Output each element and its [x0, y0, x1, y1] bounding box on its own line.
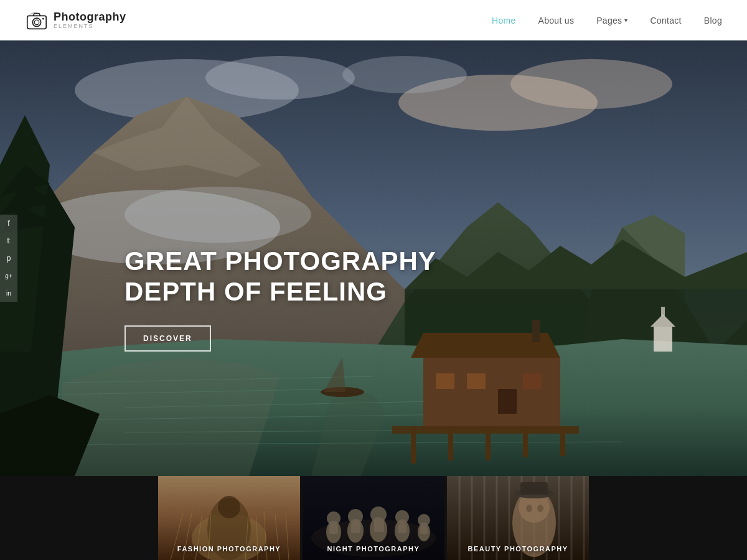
- logo-brand: Photography: [54, 11, 126, 22]
- night-label: NIGHT PHOTOGRAPHY: [303, 545, 444, 553]
- twitter-link[interactable]: 𝕥: [0, 232, 17, 250]
- svg-rect-48: [523, 426, 528, 457]
- logo[interactable]: Photography ELEMENTS: [25, 9, 126, 32]
- night-card[interactable]: NIGHT PHOTOGRAPHY: [303, 476, 444, 560]
- svg-rect-49: [560, 426, 565, 456]
- svg-rect-39: [436, 373, 454, 389]
- svg-rect-37: [423, 358, 560, 432]
- svg-rect-50: [654, 327, 672, 352]
- svg-rect-47: [486, 426, 491, 460]
- nav-about[interactable]: About us: [538, 16, 575, 26]
- facebook-link[interactable]: f: [0, 215, 17, 232]
- camera-icon: [25, 9, 49, 32]
- nav-blog[interactable]: Blog: [704, 16, 722, 26]
- gallery-section: FASHION PHOTOGRAPHY: [0, 476, 747, 560]
- svg-point-6: [205, 56, 355, 100]
- hero-title-line2: DEPTH OF FEELING: [125, 277, 387, 306]
- svg-rect-40: [467, 373, 486, 389]
- svg-point-1: [32, 18, 40, 26]
- nav-pages[interactable]: Pages: [596, 16, 622, 26]
- svg-point-8: [510, 59, 672, 109]
- header: Photography ELEMENTS Home About us Pages…: [0, 0, 747, 40]
- fashion-label: FASHION PHOTOGRAPHY: [158, 545, 300, 553]
- hero-content: GREAT PHOTOGRAPHY DEPTH OF FEELING DISCO…: [125, 246, 436, 352]
- svg-rect-52: [661, 307, 665, 316]
- fashion-card[interactable]: FASHION PHOTOGRAPHY: [158, 476, 300, 560]
- svg-rect-43: [532, 320, 540, 342]
- nav-pages-wrapper[interactable]: Pages ▾: [596, 16, 627, 26]
- svg-point-2: [34, 20, 39, 25]
- svg-rect-41: [523, 373, 542, 389]
- hero-section: f 𝕥 p g+ in GREAT PHOTOGRAPHY DEPTH OF F…: [0, 40, 747, 476]
- discover-button[interactable]: DISCOVER: [125, 325, 211, 352]
- google-plus-link[interactable]: g+: [0, 267, 17, 284]
- social-sidebar: f 𝕥 p g+ in: [0, 215, 17, 302]
- beauty-card[interactable]: BEAUTY PHOTOGRAPHY: [447, 476, 589, 560]
- svg-point-16: [125, 187, 311, 243]
- nav-home[interactable]: Home: [492, 16, 516, 26]
- main-nav: Home About us Pages ▾ Contact Blog: [492, 16, 722, 26]
- logo-tagline: ELEMENTS: [54, 24, 126, 29]
- svg-rect-46: [448, 426, 453, 460]
- nav-contact[interactable]: Contact: [650, 16, 681, 26]
- hero-title-line1: GREAT PHOTOGRAPHY: [125, 246, 436, 276]
- linkedin-link[interactable]: in: [0, 284, 17, 302]
- svg-rect-42: [498, 389, 517, 414]
- chevron-down-icon: ▾: [624, 17, 627, 24]
- hero-title: GREAT PHOTOGRAPHY DEPTH OF FEELING: [125, 246, 436, 307]
- svg-point-9: [342, 56, 467, 93]
- pinterest-link[interactable]: p: [0, 250, 17, 267]
- svg-rect-45: [411, 426, 416, 464]
- beauty-label: BEAUTY PHOTOGRAPHY: [447, 545, 589, 553]
- svg-point-3: [42, 17, 44, 19]
